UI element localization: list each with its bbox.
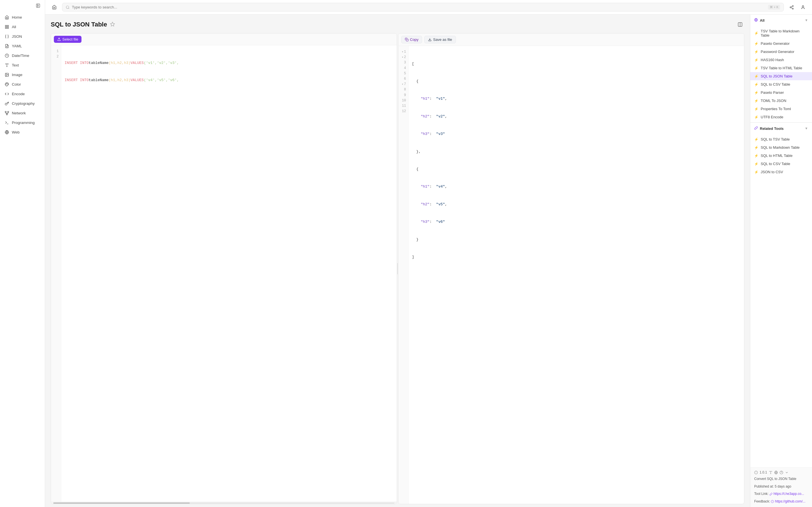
sidebar-collapse-button[interactable] (0, 0, 45, 11)
tool-icon: ⚡ (754, 162, 758, 166)
tool-link-url[interactable]: https://t.he3app.co... (773, 492, 804, 496)
sidebar-item-label: Cryptography (12, 101, 35, 106)
help-icon[interactable] (779, 471, 783, 474)
sidebar-item-json[interactable]: JSON (0, 32, 45, 41)
input-editor[interactable]: 1 2 INSERT INTO tableName (h1,h2,h3) VAL… (51, 45, 397, 502)
svg-point-13 (7, 83, 7, 83)
layout-toggle-button[interactable] (736, 20, 744, 29)
svg-rect-4 (7, 27, 8, 28)
version-description: Convert SQL to JSON Table (754, 476, 808, 482)
right-list-item-sql-json[interactable]: ⚡ SQL to JSON Table (750, 72, 812, 80)
related-section-header[interactable]: Related Tools ▼ (750, 123, 812, 134)
tool-icon: ⚡ (754, 66, 758, 70)
right-list-item-props-toml[interactable]: ⚡ Properties To Toml (750, 105, 812, 113)
output-editor[interactable]: ▾1 ▾2 3 4 5 6 ▾7 8 9 10 11 (398, 46, 744, 504)
search-icon (66, 5, 70, 9)
sidebar-item-home[interactable]: Home (0, 12, 45, 22)
sidebar-item-encode[interactable]: Encode (0, 89, 45, 99)
output-toolbar: Copy Save as file (398, 34, 744, 46)
sidebar-item-text[interactable]: Text (0, 60, 45, 70)
sidebar-item-label: YAML (12, 44, 22, 48)
select-file-button[interactable]: Select file (54, 36, 82, 43)
code-line-2: INSERT INTO tableName (h1,h2,h3) VALUES … (64, 77, 393, 83)
sidebar-item-programming[interactable]: Programming (0, 118, 45, 127)
right-list-item-toml-json[interactable]: ⚡ TOML To JSON (750, 97, 812, 105)
tool-icon: ⚡ (754, 170, 758, 174)
right-list-item-paseto-gen[interactable]: ⚡ Paseto Generator (750, 40, 812, 48)
save-as-file-button[interactable]: Save as file (424, 36, 456, 43)
share-button[interactable] (787, 3, 796, 12)
json-line-3: "h1": "v1", (412, 96, 741, 102)
home-icon (4, 15, 9, 19)
tool-icon: ⚡ (754, 31, 758, 35)
right-list-item-sql-csv[interactable]: ⚡ SQL to CSV Table (750, 80, 812, 89)
copy-button[interactable]: Copy (401, 36, 422, 43)
all-tools-list: ⚡ TSV Table to Markdown Table ⚡ Paseto G… (750, 26, 812, 122)
json-line-4: "h2": "v2", (412, 114, 741, 120)
input-toolbar: Select file (51, 34, 397, 45)
sidebar-item-color[interactable]: Color (0, 79, 45, 89)
right-list-item-has160[interactable]: ⚡ HAS160 Hash (750, 56, 812, 64)
search-box[interactable]: ⌘ + K (62, 3, 784, 11)
json-code-content[interactable]: [ { "h1": "v1", "h2": "v2", "h3": "v3" }… (409, 46, 744, 504)
sidebar-item-cryptography[interactable]: Cryptography (0, 99, 45, 108)
sidebar-item-label: Web (12, 130, 20, 134)
related-item-json-csv[interactable]: ⚡ JSON to CSV (750, 168, 812, 176)
related-item-sql-markdown[interactable]: ⚡ SQL to Markdown Table (750, 144, 812, 152)
sidebar-item-datetime[interactable]: Date/Time (0, 51, 45, 60)
svg-rect-3 (7, 25, 8, 26)
search-input[interactable] (72, 5, 766, 9)
json-line-8: "h1": "v4", (412, 184, 741, 190)
sidebar-item-web[interactable]: Web (0, 127, 45, 137)
input-scrollbar[interactable] (51, 502, 397, 504)
fold-btn-2[interactable]: ▾ (402, 55, 403, 60)
right-list-item-paseto-parser[interactable]: ⚡ Paseto Parser (750, 89, 812, 97)
all-section-title: All (754, 18, 765, 22)
home-button[interactable] (50, 3, 59, 12)
scrollbar-thumb (53, 503, 190, 504)
svg-point-12 (6, 74, 6, 74)
tool-icon-active: ⚡ (754, 74, 758, 78)
editor-panels: Select file 1 2 INSERT INTO tableName (h… (51, 33, 744, 504)
all-section-header[interactable]: All ▼ (750, 15, 812, 26)
tool-link-label: Tool Link: (754, 492, 769, 496)
sql-code-content[interactable]: INSERT INTO tableName (h1,h2,h3) VALUES … (61, 45, 397, 502)
tool-icon: ⚡ (754, 99, 758, 103)
published-text: Published at: 5 days ago (754, 485, 791, 489)
right-list-item-tsv-html[interactable]: ⚡ TSV Table to HTML Table (750, 64, 812, 72)
right-list-item-password-gen[interactable]: ⚡ Password Generator (750, 48, 812, 56)
tool-icon: ⚡ (754, 154, 758, 158)
feedback-url[interactable]: https://github.com/... (775, 499, 806, 503)
sidebar: Home All JSON YAML Date/Time (0, 0, 45, 507)
sidebar-item-all[interactable]: All (0, 22, 45, 32)
tool-area: SQL to JSON Table Select file (45, 15, 750, 507)
sidebar-item-image[interactable]: Image (0, 70, 45, 79)
star-icon (110, 22, 115, 27)
json-line-5: "h3": "v3" (412, 131, 741, 137)
palette-icon (4, 82, 9, 87)
right-list-item-tsv-markdown[interactable]: ⚡ TSV Table to Markdown Table (750, 27, 812, 40)
tool-link-row: Tool Link: https://t.he3app.co... (754, 491, 808, 497)
main-area: ⌘ + K SQL to JSON Table (45, 0, 812, 507)
globe-version-icon[interactable] (774, 471, 778, 474)
related-item-sql-tsv[interactable]: ⚡ SQL to TSV Table (750, 135, 812, 144)
sidebar-item-network[interactable]: Network (0, 108, 45, 118)
related-item-sql-csv[interactable]: ⚡ SQL to CSV Table (750, 160, 812, 168)
fold-btn-7[interactable]: ▾ (402, 82, 403, 87)
json-line-numbers: ▾1 ▾2 3 4 5 6 ▾7 8 9 10 11 (398, 46, 409, 504)
related-item-sql-html[interactable]: ⚡ SQL to HTML Table (750, 152, 812, 160)
right-list-item-utf8-encode[interactable]: ⚡ UTF8 Encode (750, 113, 812, 121)
svg-point-27 (792, 8, 794, 9)
fold-btn-1[interactable]: ▾ (402, 50, 403, 54)
all-section: All ▼ ⚡ TSV Table to Markdown Table ⚡ Pa… (750, 15, 812, 122)
account-button[interactable] (799, 3, 808, 12)
font-icon[interactable] (769, 471, 772, 474)
content-area: SQL to JSON Table Select file (45, 15, 812, 507)
favorite-button[interactable] (110, 22, 115, 27)
sidebar-item-label: Text (12, 63, 19, 67)
chevron-down-version-icon[interactable] (785, 471, 789, 474)
svg-point-14 (8, 83, 8, 84)
sidebar-item-yaml[interactable]: YAML (0, 41, 45, 51)
share-icon (790, 5, 794, 10)
copy-label: Copy (410, 38, 418, 42)
